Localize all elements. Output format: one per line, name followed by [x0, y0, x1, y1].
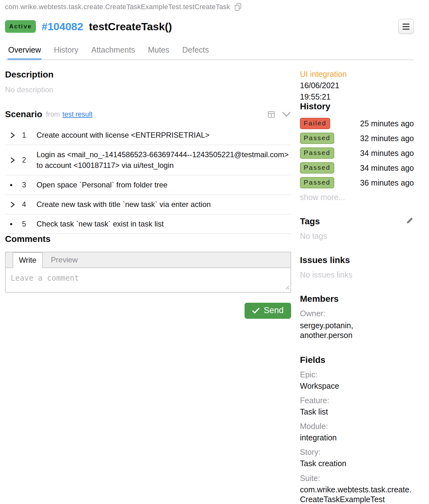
- tab-attachments[interactable]: Attachments: [91, 45, 136, 60]
- scenario-step[interactable]: 4 Create new task with title `new task` …: [5, 195, 291, 215]
- step-expand-chevron-icon[interactable]: [10, 157, 22, 163]
- history-time: 34 minutes ago: [360, 163, 414, 173]
- comment-editor: Write Preview: [5, 252, 291, 293]
- field-label: Module:: [300, 422, 414, 431]
- field-feature: Feature: Task list: [300, 396, 414, 417]
- history-entry[interactable]: Passed 36 minutes ago: [300, 177, 414, 188]
- page-header: Active #104082 testCreateTask(): [5, 19, 414, 34]
- issues-links-heading: Issues links: [300, 255, 414, 265]
- step-expand-chevron-icon[interactable]: [10, 202, 22, 208]
- run-time: 19:55:21: [300, 92, 414, 101]
- comment-input[interactable]: [6, 268, 291, 292]
- owner-names: sergey.potanin, another.person: [300, 321, 407, 341]
- step-number: 4: [22, 200, 32, 209]
- step-number: 3: [22, 181, 32, 189]
- field-label: Story:: [300, 448, 414, 457]
- field-story: Story: Task creation: [300, 448, 414, 468]
- tab-overview[interactable]: Overview: [8, 45, 42, 60]
- status-badge-passed[interactable]: Passed: [300, 147, 334, 159]
- sidebar: UI integration 16/06/2021 19:55:21 Histo…: [300, 70, 414, 504]
- scenario-steps: 1 Create account with license <ENTERPRIS…: [5, 126, 291, 234]
- history-time: 34 minutes ago: [360, 149, 414, 158]
- test-case-page: com.wrike.webtests.task.create.CreateTas…: [0, 0, 429, 504]
- status-badge-passed[interactable]: Passed: [300, 133, 334, 144]
- main-panel: Description No description Scenario from…: [5, 70, 291, 504]
- test-result-link[interactable]: test result: [62, 110, 92, 118]
- breadcrumb-text: com.wrike.webtests.task.create.CreateTas…: [5, 3, 230, 11]
- send-button-label: Send: [264, 306, 284, 315]
- history-entry[interactable]: Failed 25 minutes ago: [300, 118, 414, 129]
- history-time: 32 minutes ago: [360, 134, 414, 143]
- show-more-link[interactable]: show more...: [300, 193, 414, 202]
- hamburger-menu-icon: [403, 24, 409, 25]
- step-text: Open space `Personal` from folder tree: [37, 180, 167, 190]
- step-text: Check task `new task` exist in task list: [37, 219, 164, 229]
- history-time: 36 minutes ago: [360, 178, 414, 187]
- send-button[interactable]: Send: [245, 303, 291, 319]
- tab-write[interactable]: Write: [13, 252, 43, 268]
- tab-defects[interactable]: Defects: [182, 45, 210, 60]
- field-value: Task list: [300, 407, 414, 417]
- history-time: 25 minutes ago: [360, 119, 414, 128]
- page-title: testCreateTask(): [89, 20, 172, 33]
- field-epic: Epic: Workspace: [300, 370, 414, 391]
- step-number: 1: [22, 131, 32, 140]
- description-empty-text: No description: [5, 85, 291, 94]
- status-badge-failed[interactable]: Failed: [300, 118, 330, 129]
- scenario-step[interactable]: 1 Create account with license <ENTERPRIS…: [5, 126, 291, 145]
- tags-section: Tags No tags: [300, 216, 414, 241]
- run-date: 16/06/2021: [300, 81, 414, 90]
- history-entry[interactable]: Passed 32 minutes ago: [300, 133, 414, 144]
- step-number: 5: [22, 220, 32, 228]
- field-value: com.wrike.webtests.task.create.CreateTas…: [300, 485, 414, 504]
- owner-label: Owner:: [300, 309, 414, 318]
- scenario-from-label: from: [46, 110, 60, 118]
- pencil-icon[interactable]: [406, 216, 414, 225]
- status-badge-passed[interactable]: Passed: [300, 162, 334, 174]
- field-value: Workspace: [300, 381, 414, 391]
- scenario-header: Scenario from test result: [5, 109, 291, 119]
- status-badge-passed[interactable]: Passed: [300, 177, 334, 188]
- history-heading: History: [300, 101, 414, 112]
- field-module: Module: integration: [300, 422, 414, 443]
- campaign-link[interactable]: UI integration: [300, 70, 414, 79]
- comments-heading: Comments: [5, 234, 291, 244]
- tab-history[interactable]: History: [53, 45, 79, 60]
- chevron-down-icon[interactable]: [282, 111, 291, 118]
- hamburger-menu-button[interactable]: [398, 19, 414, 34]
- fields-heading: Fields: [300, 355, 414, 365]
- description-heading: Description: [5, 70, 291, 80]
- test-case-id[interactable]: #104082: [42, 20, 83, 33]
- table-view-icon[interactable]: [267, 110, 275, 118]
- scenario-step: 3 Open space `Personal` from folder tree: [5, 175, 291, 195]
- status-badge: Active: [5, 20, 36, 33]
- step-text: Login as <mail_no_-1414586523-663697444-…: [37, 149, 291, 171]
- scenario-step[interactable]: 2 Login as <mail_no_-1414586523-66369744…: [5, 145, 291, 175]
- history-entry[interactable]: Passed 34 minutes ago: [300, 147, 414, 159]
- tab-mutes[interactable]: Mutes: [147, 45, 170, 60]
- issues-links-section: Issues links No issues links: [300, 255, 414, 279]
- scenario-step: 5 Check task `new task` exist in task li…: [5, 215, 291, 234]
- resize-handle[interactable]: [285, 285, 290, 291]
- members-section: Members Owner: sergey.potanin, another.p…: [300, 294, 414, 341]
- tab-preview[interactable]: Preview: [43, 255, 86, 264]
- fields-section: Fields Epic: Workspace Feature: Task lis…: [300, 355, 414, 504]
- breadcrumb: com.wrike.webtests.task.create.CreateTas…: [5, 3, 414, 11]
- field-value: Task creation: [300, 459, 414, 468]
- step-number: 2: [22, 156, 32, 164]
- step-expand-chevron-icon[interactable]: [10, 132, 22, 138]
- field-label: Feature:: [300, 396, 414, 405]
- field-label: Suite:: [300, 474, 414, 483]
- step-bullet-icon: [10, 184, 22, 186]
- comment-editor-tabs: Write Preview: [6, 252, 291, 268]
- check-icon: [252, 307, 260, 314]
- field-value: integration: [300, 433, 414, 443]
- history-entry[interactable]: Passed 34 minutes ago: [300, 162, 414, 174]
- step-bullet-icon: [10, 223, 22, 225]
- issues-links-empty-text: No issues links: [300, 270, 414, 279]
- copy-icon[interactable]: [234, 3, 242, 11]
- tags-empty-text: No tags: [300, 232, 414, 241]
- history-list: Failed 25 minutes ago Passed 32 minutes …: [300, 118, 414, 188]
- step-text: Create new task with title `new task` vi…: [37, 199, 211, 210]
- field-label: Epic:: [300, 370, 414, 379]
